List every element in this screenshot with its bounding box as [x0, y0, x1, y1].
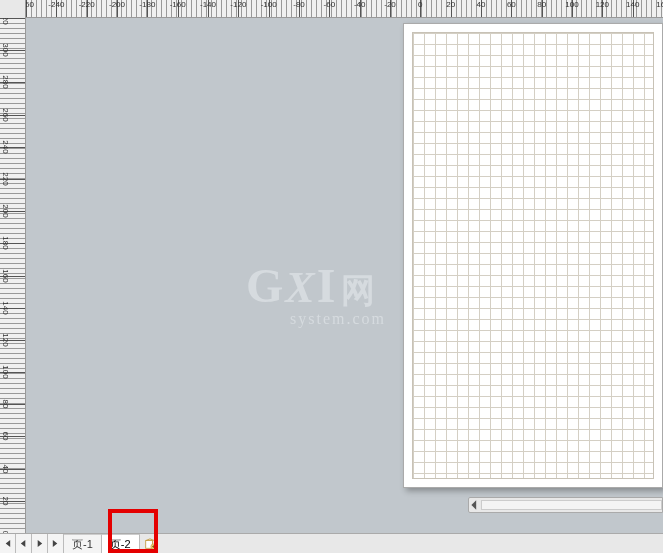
ruler-h-label: 80: [537, 0, 546, 9]
ruler-h-label: 40: [477, 0, 486, 9]
middle-row: 3203002802602402202001801601401201008060…: [0, 18, 663, 533]
add-page-button[interactable]: [140, 534, 160, 553]
ruler-v-label: 160: [1, 269, 10, 282]
watermark: GXI网 system.com: [246, 258, 386, 328]
scroll-left-icon[interactable]: [469, 499, 481, 511]
add-page-icon: [144, 538, 156, 550]
ruler-h-label: -40: [354, 0, 366, 9]
ruler-h-label: 160: [656, 0, 663, 9]
ruler-vertical[interactable]: 3203002802602402202001801601401201008060…: [0, 18, 26, 533]
ruler-v-label: 320: [1, 18, 10, 25]
page-tab-strip: 页-1 页-2: [0, 533, 663, 553]
ruler-h-label: -100: [261, 0, 277, 9]
horizontal-scrollbar[interactable]: [468, 497, 663, 513]
ruler-h-label: -180: [139, 0, 155, 9]
page-tab-2[interactable]: 页-2: [102, 534, 140, 553]
ruler-h-label: 120: [596, 0, 609, 9]
ruler-h-label: -80: [293, 0, 305, 9]
page-tab-1-label: 页-1: [72, 537, 93, 552]
ruler-h-label: -240: [48, 0, 64, 9]
ruler-v-label: 140: [1, 301, 10, 314]
ruler-v-label: 220: [1, 172, 10, 185]
ruler-h-label: 0: [418, 0, 422, 9]
ruler-v-label: 300: [1, 44, 10, 57]
nav-first-button[interactable]: [0, 534, 16, 553]
ruler-h-label: 140: [626, 0, 639, 9]
ruler-v-label: 40: [1, 464, 10, 473]
ruler-v-label: 260: [1, 108, 10, 121]
watermark-cn: 网: [341, 272, 377, 309]
page-tab-1[interactable]: 页-1: [64, 534, 102, 553]
ruler-corner: [0, 0, 26, 18]
scroll-track[interactable]: [481, 500, 662, 510]
ruler-h-label: -200: [109, 0, 125, 9]
ruler-v-label: 180: [1, 237, 10, 250]
watermark-g: G: [246, 259, 285, 312]
ruler-h-label: 60: [507, 0, 516, 9]
app-root: -260-240-220-200-180-160-140-120-100-80-…: [0, 0, 663, 553]
nav-prev-button[interactable]: [16, 534, 32, 553]
page-grid: [412, 32, 654, 479]
ruler-v-label: 240: [1, 140, 10, 153]
watermark-x: X: [285, 263, 316, 312]
page-margin: [412, 32, 654, 479]
ruler-h-label: 100: [565, 0, 578, 9]
watermark-sub: system.com: [290, 310, 386, 328]
ruler-h-label: -120: [230, 0, 246, 9]
ruler-h-label: -140: [200, 0, 216, 9]
ruler-v-label: 120: [1, 333, 10, 346]
ruler-h-label: -20: [384, 0, 396, 9]
page-tab-2-label: 页-2: [110, 537, 131, 552]
ruler-v-label: 200: [1, 204, 10, 217]
nav-next-button[interactable]: [32, 534, 48, 553]
ruler-h-label: -220: [79, 0, 95, 9]
document-page[interactable]: [403, 23, 663, 488]
ruler-v-label: 80: [1, 400, 10, 409]
ruler-v-label: 280: [1, 76, 10, 89]
canvas-area[interactable]: GXI网 system.com: [26, 18, 663, 533]
ruler-h-label: -160: [170, 0, 186, 9]
ruler-top-row: -260-240-220-200-180-160-140-120-100-80-…: [0, 0, 663, 18]
ruler-v-label: 100: [1, 365, 10, 378]
ruler-horizontal[interactable]: -260-240-220-200-180-160-140-120-100-80-…: [26, 0, 663, 17]
ruler-h-label: -260: [26, 0, 34, 9]
ruler-v-label: 20: [1, 496, 10, 505]
ruler-h-label: 20: [446, 0, 455, 9]
ruler-v-label: 60: [1, 432, 10, 441]
nav-last-button[interactable]: [48, 534, 64, 553]
watermark-i: I: [317, 259, 338, 312]
ruler-h-label: -60: [324, 0, 336, 9]
